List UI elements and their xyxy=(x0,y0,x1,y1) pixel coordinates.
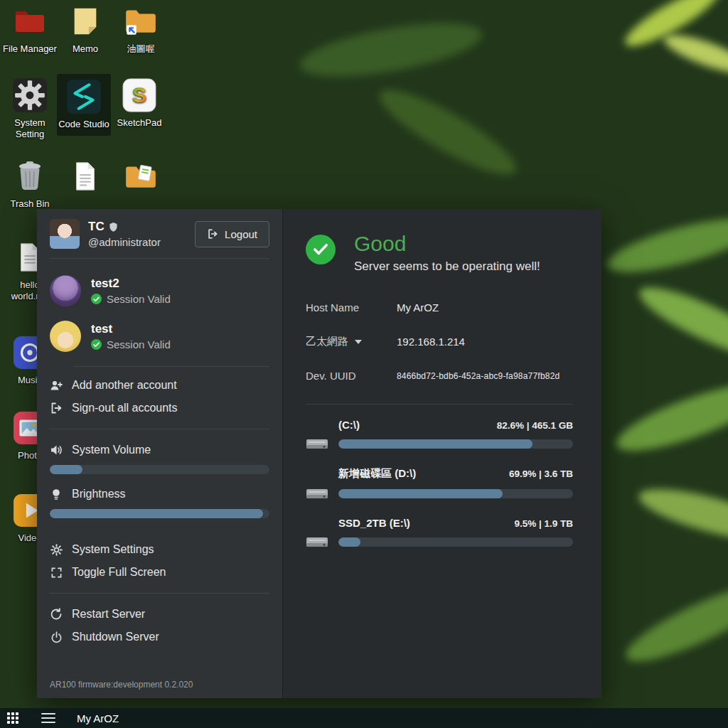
sketchpad-icon: S xyxy=(121,77,158,114)
desktop-icon-label: Trash Bin xyxy=(10,198,49,210)
disk-row-d: 新增磁碟區 (D:\) 69.9% | 3.6 TB xyxy=(306,467,573,501)
current-user-info: TC @administrator xyxy=(88,220,195,248)
restart-server-label: Restart Server xyxy=(72,608,145,621)
divider xyxy=(50,429,269,429)
uuid-row: Dev. UUID 8466bd72-bdb6-452a-abc9-fa98a7… xyxy=(306,370,573,382)
svg-text:S: S xyxy=(132,83,146,107)
memo-icon xyxy=(67,3,104,40)
hard-drive-icon xyxy=(306,534,328,550)
account-row-test[interactable]: test Session Valid xyxy=(50,321,269,352)
desktop-icon-label: 油圖喔 xyxy=(127,43,155,55)
logout-button[interactable]: Logout xyxy=(195,221,269,247)
quick-settings-panel: TC @administrator Logout test2 xyxy=(37,209,601,698)
desktop-icon-system-setting[interactable]: System Setting xyxy=(3,77,57,141)
desktop-icon-shortcut-folder[interactable]: 油圖喔 xyxy=(114,3,168,55)
desktop-icon-label: SketchPad xyxy=(117,117,162,129)
disk-usage-bar xyxy=(338,439,573,449)
uuid-label: Dev. UUID xyxy=(306,370,397,382)
hard-drive-icon xyxy=(306,436,328,451)
current-user-avatar xyxy=(50,219,80,249)
desktop-icon-trash-bin[interactable]: Trash Bin xyxy=(3,158,57,210)
shortcut-folder-icon xyxy=(122,3,159,40)
panel-right-column: Good Server seems to be operating well! … xyxy=(283,209,601,698)
logout-label: Logout xyxy=(225,228,257,240)
toggle-fullscreen-item[interactable]: Toggle Full Screen xyxy=(50,561,269,584)
account-avatar xyxy=(50,275,81,306)
shutdown-server-item[interactable]: Shutdown Server xyxy=(50,626,269,648)
session-status: Session Valid xyxy=(107,293,171,305)
firmware-version: AR100 firmware:development 0.2.020 xyxy=(50,674,269,690)
logout-icon xyxy=(207,228,218,240)
disk-name: 新增磁碟區 (D:\) xyxy=(338,467,416,481)
toggle-fullscreen-label: Toggle Full Screen xyxy=(72,566,166,579)
ip-address-value: 192.168.1.214 xyxy=(397,336,465,348)
sign-out-icon xyxy=(50,402,63,414)
disk-row-e: SSD_2TB (E:\) 9.5% | 1.9 TB xyxy=(306,517,573,550)
status-ok-icon xyxy=(306,235,336,264)
session-status: Session Valid xyxy=(107,338,171,350)
brightness-item: Brightness xyxy=(50,483,269,505)
account-name: test2 xyxy=(91,277,171,291)
shutdown-server-label: Shutdown Server xyxy=(72,631,159,643)
add-account-label: Add another account xyxy=(72,379,177,392)
divider xyxy=(74,366,269,367)
taskbar-title: My ArOZ xyxy=(77,712,119,724)
server-status-subtitle: Server seems to be operating well! xyxy=(354,259,540,274)
desktop-icon-label: File Manager xyxy=(3,43,57,55)
app-grid-button[interactable] xyxy=(7,712,18,724)
disk-name: SSD_2TB (E:\) xyxy=(338,517,410,529)
brightness-slider-fill xyxy=(50,509,263,518)
network-label: 乙太網路 xyxy=(306,335,348,348)
disk-usage: 82.6% | 465.1 GB xyxy=(497,420,573,431)
restart-icon xyxy=(50,608,63,621)
power-icon xyxy=(50,631,63,643)
account-row-test2[interactable]: test2 Session Valid xyxy=(50,275,269,306)
network-select[interactable]: 乙太網路 xyxy=(306,335,397,348)
panel-left-column: TC @administrator Logout test2 xyxy=(37,209,283,698)
add-account-item[interactable]: Add another account xyxy=(50,374,269,397)
volume-slider-fill xyxy=(50,465,82,474)
gear-icon xyxy=(50,543,63,556)
divider xyxy=(50,258,269,259)
disk-usage-bar xyxy=(338,537,573,547)
current-user-handle: @administrator xyxy=(88,236,195,248)
disk-usage: 9.5% | 1.9 TB xyxy=(514,518,573,529)
bulb-icon xyxy=(50,488,63,500)
desktop-icon-file-manager[interactable]: File Manager xyxy=(3,3,57,55)
code-studio-icon xyxy=(65,78,102,115)
hostname-label: Host Name xyxy=(306,301,397,314)
desktop-icon-label: System Setting xyxy=(3,117,57,141)
desktop-icon-folder-doc[interactable] xyxy=(114,158,168,198)
user-plus-icon xyxy=(50,379,63,392)
desktop-icon-label: Memo xyxy=(73,43,98,55)
volume-slider[interactable] xyxy=(50,465,269,474)
account-name: test xyxy=(91,322,171,336)
desktop-icon-label: Code Studio xyxy=(58,119,109,130)
desktop-icon-code-studio[interactable]: Code Studio xyxy=(57,74,111,136)
system-settings-label: System Settings xyxy=(72,543,154,556)
disk-usage: 69.9% | 3.6 TB xyxy=(509,469,573,479)
speaker-icon xyxy=(50,444,63,456)
shield-icon xyxy=(109,222,118,232)
disk-row-c: (C:\) 82.6% | 465.1 GB xyxy=(306,419,573,451)
brightness-slider[interactable] xyxy=(50,509,269,518)
system-volume-item: System Volume xyxy=(50,439,269,461)
uuid-value: 8466bd72-bdb6-452a-abc9-fa98a77fb82d xyxy=(397,371,560,381)
disk-usage-fill xyxy=(338,537,360,547)
signout-all-item[interactable]: Sign-out all accounts xyxy=(50,397,269,419)
desktop-icon-memo[interactable]: Memo xyxy=(58,3,112,55)
hamburger-menu-button[interactable] xyxy=(41,713,55,723)
taskbar: My ArOZ xyxy=(0,708,728,728)
system-volume-label: System Volume xyxy=(72,444,151,456)
chevron-down-icon xyxy=(355,340,362,344)
brightness-label: Brightness xyxy=(72,488,126,500)
disk-usage-bar xyxy=(338,489,573,498)
account-avatar xyxy=(50,321,81,352)
folder-doc-icon xyxy=(122,158,159,195)
system-settings-item[interactable]: System Settings xyxy=(50,538,269,561)
desktop-icon-sketchpad[interactable]: S SketchPad xyxy=(112,77,166,129)
network-row: 乙太網路 192.168.1.214 xyxy=(306,335,573,348)
restart-server-item[interactable]: Restart Server xyxy=(50,603,269,626)
session-valid-icon xyxy=(91,339,102,350)
desktop-icon-document[interactable] xyxy=(58,158,112,198)
